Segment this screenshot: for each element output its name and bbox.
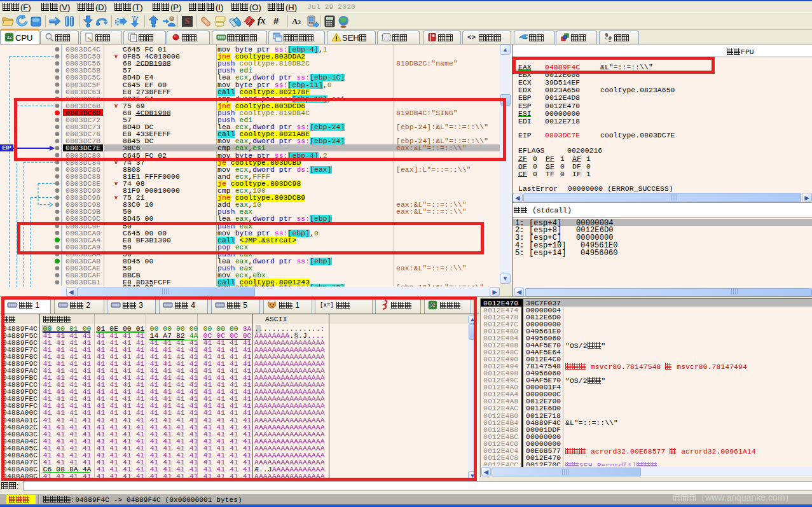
svg-text:32: 32 — [7, 35, 12, 39]
svg-text:{..}: {..} — [382, 35, 391, 41]
svg-text:S: S — [185, 17, 190, 26]
